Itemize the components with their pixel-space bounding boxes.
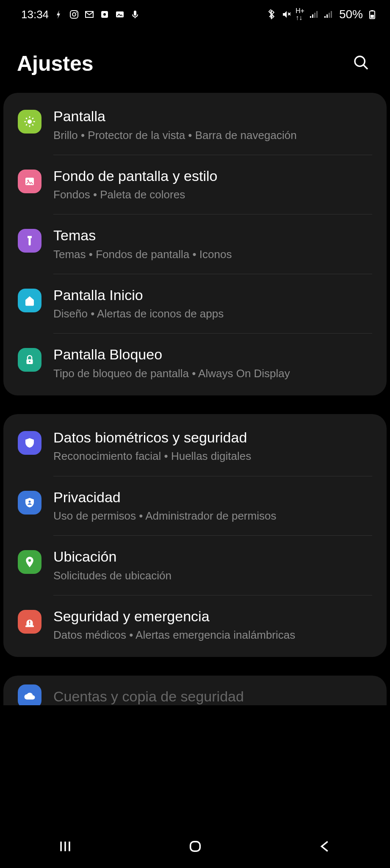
- recents-button[interactable]: [41, 832, 89, 862]
- svg-rect-5: [116, 11, 124, 17]
- settings-item-1-2[interactable]: Ubicación Solicitudes de ubicación: [3, 536, 387, 595]
- svg-point-27: [29, 501, 31, 503]
- settings-item-0-3[interactable]: Pantalla Inicio Diseño • Alertas de icon…: [3, 274, 387, 334]
- svg-line-20: [32, 124, 33, 125]
- settings-item-subtitle: Uso de permisos • Administrador de permi…: [53, 509, 372, 523]
- settings-item-body: Ubicación Solicitudes de ubicación: [53, 548, 372, 583]
- instagram-icon: [69, 9, 79, 19]
- network-type-icon: H+↑↓: [296, 8, 304, 21]
- settings-item-subtitle: Brillo • Protector de la vista • Barra d…: [53, 128, 372, 143]
- settings-item-subtitle: Fondos • Paleta de colores: [53, 187, 372, 202]
- svg-point-12: [355, 56, 365, 66]
- settings-item-1-1[interactable]: Privacidad Uso de permisos • Administrad…: [3, 476, 387, 536]
- settings-item-title: Privacidad: [53, 488, 372, 506]
- settings-item-body: Pantalla Inicio Diseño • Alertas de icon…: [53, 286, 372, 322]
- svg-rect-11: [371, 15, 374, 18]
- brush-icon: [18, 229, 41, 253]
- settings-item-0-1[interactable]: Fondo de pantalla y estilo Fondos • Pale…: [3, 155, 387, 214]
- settings-item-1-3[interactable]: Seguridad y emergencia Datos médicos • A…: [3, 595, 387, 655]
- settings-group-0: Pantalla Brillo • Protector de la vista …: [3, 93, 387, 395]
- gmail-icon: [84, 9, 94, 19]
- settings-item-title: Datos biométricos y seguridad: [53, 428, 372, 447]
- settings-item-title: Pantalla: [53, 107, 372, 125]
- settings-item-peek[interactable]: Cuentas y copia de seguridad: [3, 676, 387, 705]
- svg-line-22: [32, 118, 33, 119]
- settings-item-title: Seguridad y emergencia: [53, 607, 372, 626]
- svg-point-4: [103, 13, 106, 16]
- search-icon: [353, 54, 370, 71]
- nav-bar: [0, 826, 390, 868]
- settings-item-0-4[interactable]: Pantalla Bloqueo Tipo de bloqueo de pant…: [3, 334, 387, 393]
- sun-icon: [18, 110, 41, 134]
- svg-line-13: [363, 65, 368, 69]
- svg-rect-10: [371, 10, 373, 11]
- svg-point-2: [76, 11, 77, 12]
- pin-icon: [18, 550, 41, 574]
- siren-icon: [18, 610, 41, 634]
- svg-rect-29: [25, 626, 34, 627]
- settings-group-1: Datos biométricos y seguridad Reconocimi…: [3, 414, 387, 657]
- settings-item-body: Fondo de pantalla y estilo Fondos • Pale…: [53, 167, 372, 203]
- settings-item-body: Temas Temas • Fondos de pantalla • Icono…: [53, 226, 372, 262]
- home-icon: [18, 289, 41, 312]
- back-button[interactable]: [301, 832, 349, 862]
- settings-item-title: Pantalla Bloqueo: [53, 345, 372, 364]
- cloud-icon: [18, 684, 41, 705]
- shield-user-icon: [18, 491, 41, 515]
- svg-rect-35: [190, 841, 200, 851]
- shield-icon: [18, 431, 41, 455]
- photos-icon: [115, 9, 125, 19]
- settings-item-subtitle: Diseño • Alertas de iconos de apps: [53, 306, 372, 321]
- settings-item-body: Seguridad y emergencia Datos médicos • A…: [53, 607, 372, 643]
- svg-point-1: [72, 13, 76, 16]
- settings-item-title: Pantalla Inicio: [53, 286, 372, 304]
- search-button[interactable]: [349, 51, 373, 76]
- home-button[interactable]: [171, 832, 219, 862]
- settings-item-subtitle: Tipo de bloqueo de pantalla • Always On …: [53, 366, 372, 381]
- home-nav-icon: [188, 839, 202, 854]
- settings-item-subtitle: Solicitudes de ubicación: [53, 568, 372, 583]
- settings-item-body: Privacidad Uso de permisos • Administrad…: [53, 488, 372, 524]
- app-icon: [100, 9, 110, 19]
- recents-icon: [58, 839, 72, 854]
- image-icon: [18, 170, 41, 193]
- status-time: 13:34: [21, 8, 49, 21]
- settings-item-subtitle: Reconocimiento facial • Huellas digitale…: [53, 449, 372, 464]
- settings-item-body: Datos biométricos y seguridad Reconocimi…: [53, 428, 372, 464]
- page-title: Ajustes: [17, 51, 94, 76]
- lock-icon: [18, 348, 41, 372]
- settings-item-0-0[interactable]: Pantalla Brillo • Protector de la vista …: [3, 95, 387, 155]
- settings-item-0-2[interactable]: Temas Temas • Fondos de pantalla • Icono…: [3, 214, 387, 274]
- settings-item-title: Temas: [53, 226, 372, 245]
- settings-item-subtitle: Temas • Fondos de pantalla • Iconos: [53, 247, 372, 262]
- back-icon: [318, 839, 332, 854]
- activity-icon: [54, 9, 64, 19]
- header: Ajustes: [0, 25, 390, 93]
- settings-item-title: Fondo de pantalla y estilo: [53, 167, 372, 185]
- bluetooth-icon: [267, 9, 277, 19]
- svg-line-21: [26, 124, 27, 125]
- status-left: 13:34: [21, 8, 140, 21]
- signal-1-icon: [309, 9, 319, 19]
- settings-item-subtitle: Datos médicos • Alertas emergencia inalá…: [53, 628, 372, 643]
- settings-item-title: Cuentas y copia de seguridad: [53, 688, 244, 705]
- svg-point-14: [28, 120, 32, 124]
- svg-rect-6: [134, 11, 136, 16]
- battery-icon: [367, 9, 377, 19]
- svg-point-28: [28, 559, 31, 562]
- settings-item-body: Pantalla Brillo • Protector de la vista …: [53, 107, 372, 143]
- settings-item-1-0[interactable]: Datos biométricos y seguridad Reconocimi…: [3, 417, 387, 476]
- settings-item-body: Pantalla Bloqueo Tipo de bloqueo de pant…: [53, 345, 372, 381]
- mute-icon: [281, 9, 291, 19]
- status-bar: 13:34 H+↑↓ 50%: [0, 0, 390, 25]
- settings-item-title: Ubicación: [53, 548, 372, 566]
- svg-point-31: [29, 624, 30, 625]
- signal-2-icon: [323, 9, 333, 19]
- svg-line-19: [26, 118, 27, 119]
- svg-point-26: [29, 361, 30, 362]
- battery-text: 50%: [339, 8, 363, 21]
- mic-icon: [130, 9, 140, 19]
- status-right: H+↑↓ 50%: [267, 8, 377, 21]
